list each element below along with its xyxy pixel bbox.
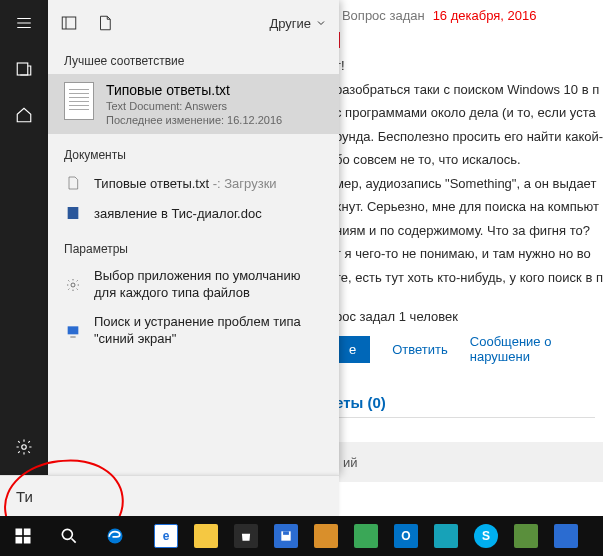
home-icon[interactable] [0, 92, 48, 138]
best-match-modified: Последнее изменение: 16.12.2016 [106, 114, 282, 126]
best-match-type: Text Document: Answers [106, 100, 282, 112]
post-date: 16 декабря, 2016 [433, 8, 537, 23]
taskbar-app-10[interactable] [506, 516, 546, 556]
gear-icon[interactable] [0, 424, 48, 470]
start-button[interactable] [0, 516, 46, 556]
best-match-title: Типовые ответы.txt [106, 82, 282, 98]
svg-point-11 [62, 529, 72, 539]
category-best-match: Лучшее соответствие [48, 46, 339, 74]
word-file-icon [64, 204, 82, 222]
sort-strip: ий [335, 442, 603, 482]
edge-browser-icon[interactable] [92, 516, 138, 556]
hamburger-icon[interactable] [0, 0, 48, 46]
svg-rect-4 [68, 207, 79, 219]
search-query-text: Ти [16, 488, 33, 505]
search-icon[interactable] [46, 516, 92, 556]
search-results-panel: Другие Лучшее соответствие Типовые ответ… [48, 0, 339, 475]
doc-result-2[interactable]: заявление в Тис-диалог.doc [48, 198, 339, 228]
document-icon[interactable] [96, 14, 114, 32]
taskbar-app-skype[interactable]: S [466, 516, 506, 556]
svg-point-1 [22, 445, 27, 450]
other-label: Другие [269, 16, 311, 31]
post-body: т! разобраться таки с поиском Windows 10… [335, 56, 603, 287]
replies-header: еты (0) [335, 394, 595, 418]
svg-rect-14 [283, 531, 289, 535]
setting-result-2[interactable]: Поиск и устранение проблем типа "синий э… [48, 308, 339, 354]
other-filter[interactable]: Другие [269, 16, 327, 31]
taskbar-app-8[interactable] [426, 516, 466, 556]
taskbar-app-outlook[interactable]: O [386, 516, 426, 556]
svg-rect-8 [24, 529, 31, 536]
search-input[interactable]: Ти [0, 475, 339, 516]
start-left-rail [0, 0, 48, 516]
taskbar-app-11[interactable] [546, 516, 586, 556]
best-match-result[interactable]: Типовые ответы.txt Text Document: Answer… [48, 74, 339, 134]
report-link[interactable]: Сообщение о нарушени [470, 334, 603, 364]
svg-rect-3 [62, 17, 76, 29]
text-file-icon [64, 174, 82, 192]
troubleshoot-icon [64, 322, 82, 340]
reading-view-icon[interactable] [60, 14, 78, 32]
chevron-down-icon [315, 17, 327, 29]
svg-point-5 [71, 283, 75, 287]
same-question-button[interactable]: е [335, 336, 370, 363]
taskbar-app-5[interactable] [306, 516, 346, 556]
news-icon[interactable] [0, 46, 48, 92]
gear-icon [64, 276, 82, 294]
svg-rect-0 [17, 63, 28, 75]
svg-rect-9 [16, 537, 23, 544]
same-question-count: рос задал 1 человек [335, 309, 603, 324]
svg-rect-6 [68, 326, 79, 334]
text-file-icon [64, 82, 94, 120]
svg-rect-10 [24, 537, 31, 544]
taskbar-app-store[interactable] [226, 516, 266, 556]
reply-link[interactable]: Ответить [392, 342, 448, 357]
svg-rect-7 [16, 529, 23, 536]
doc-result-1[interactable]: Типовые ответы.txt -: Загрузки [48, 168, 339, 198]
taskbar-app-save[interactable] [266, 516, 306, 556]
taskbar: e O S [0, 516, 603, 556]
taskbar-app-ie[interactable]: e [146, 516, 186, 556]
setting-result-1[interactable]: Выбор приложения по умолчанию для каждог… [48, 262, 339, 308]
taskbar-app-6[interactable] [346, 516, 386, 556]
category-documents: Документы [48, 140, 339, 168]
panel-header: Другие [48, 0, 339, 46]
asked-label: Вопрос задан [342, 8, 425, 23]
category-settings: Параметры [48, 234, 339, 262]
taskbar-app-explorer[interactable] [186, 516, 226, 556]
